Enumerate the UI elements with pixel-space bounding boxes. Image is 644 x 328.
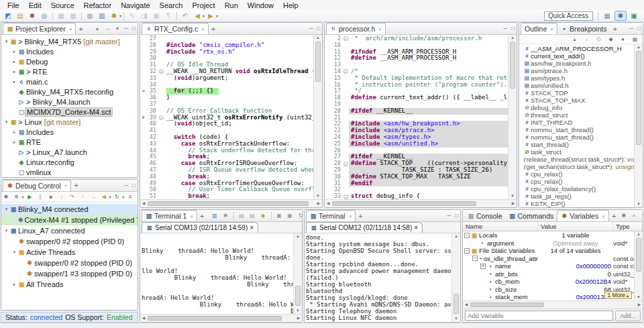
maximize-button[interactable]: □: [509, 25, 517, 32]
collapse-icon[interactable]: −: [343, 195, 348, 199]
tab-console[interactable]: ▤Console: [464, 210, 506, 221]
new-editor-button[interactable]: +: [209, 25, 218, 33]
terminal2-output[interactable]: done. Starting system message bus: dbus.…: [305, 233, 451, 322]
code-line-26[interactable]: 26: [325, 148, 508, 154]
collapse-all-icon[interactable]: ▴: [570, 35, 579, 44]
instruction-pointer-icon[interactable]: →: [140, 88, 146, 95]
code-line-47[interactable]: 47 // ISR Queue overflow detected when i…: [140, 167, 313, 174]
code-editor-rtx-config[interactable]: 2728#include "cmsis_compiler.h"29#includ…: [140, 35, 313, 199]
code-line-22[interactable]: 22#include <asm/hw_breakpoint.h>: [325, 121, 508, 127]
marker-icon[interactable]: ✱: [140, 115, 146, 121]
vertical-scrollbar[interactable]: ▲ ▼: [634, 231, 643, 300]
custom-filter-icon[interactable]: ●: [619, 35, 627, 44]
outline-item-stack-top[interactable]: #STACK_TOP: [519, 89, 634, 97]
code-line-30[interactable]: 30#define STACK_TOP_MAX TASK_SIZE: [325, 174, 508, 180]
tab-rtx-config-c[interactable]: c RTX_Config.c ×: [142, 23, 209, 34]
minimize-button[interactable]: ─: [627, 25, 635, 32]
chevron-icon[interactable]: ▾: [3, 228, 10, 233]
code-line-20[interactable]: 20#ifdef __KERNEL__: [325, 108, 508, 115]
code-line-32[interactable]: 32−__WEAK __NO_RETURN void osRtxIdleThre…: [140, 68, 313, 75]
code-line-44[interactable]: 44 // Stack underflow detected for threa…: [140, 148, 313, 154]
vertical-scrollbar[interactable]: ▲ ▼: [313, 35, 322, 199]
chevron-icon[interactable]: ▸: [11, 282, 18, 287]
tree-item-cortex-m4-1-stopped-privileged-thread[interactable]: ✱Cortex-M4 #1 stopped (Privileged Thread…: [1, 215, 138, 225]
last-edit-icon[interactable]: ↶: [180, 11, 191, 21]
code-line-15[interactable]: 15 * Default implementation of macro tha…: [325, 75, 508, 82]
close-icon[interactable]: ×: [250, 224, 254, 231]
outline-item-release-thread-struct-task-struct[interactable]: ƒrelease_thread(struct task_struct*) : v…: [519, 156, 634, 163]
outline-item-asm-hw-breakpoint-h[interactable]: ▤asm/hw_breakpoint.h: [519, 60, 634, 67]
hide-fields-icon[interactable]: ◇: [594, 35, 603, 44]
close-icon[interactable]: ×: [190, 213, 193, 219]
chevron-icon[interactable]: ▸: [11, 140, 18, 145]
tree-item-rte[interactable]: ▸▣> RTE: [1, 66, 138, 76]
tree-item-swapper-0-2-stopped-pid-0[interactable]: ✱swapper/0 #2 stopped (PID 0): [1, 236, 138, 247]
code-line-35[interactable]: →35 for (;;) {}: [140, 88, 313, 95]
chevron-icon[interactable]: ▸: [11, 79, 18, 85]
paste-icon[interactable]: ▣: [286, 211, 294, 220]
code-line-51[interactable]: 51 break;: [140, 193, 313, 199]
collapse-icon[interactable]: −: [159, 115, 164, 120]
external-tools-icon[interactable]: ✱: [109, 11, 119, 21]
restart-button[interactable]: ↻: [113, 193, 121, 201]
horizontal-scrollbar[interactable]: ◀ ▶: [140, 314, 302, 322]
fold-gutter[interactable]: −: [342, 195, 349, 199]
cpp-perspective-button[interactable]: ▣: [628, 11, 640, 21]
tree-item-active-threads[interactable]: ▾▣Active Threads: [1, 247, 138, 258]
chevron-icon[interactable]: ▸: [11, 59, 18, 64]
column-type[interactable]: Type: [613, 222, 643, 231]
code-line-32[interactable]: 32: [325, 186, 508, 193]
disconnect-icon-dropdown[interactable]: ▾: [21, 195, 23, 199]
outline-item-stack-top-max[interactable]: #STACK_TOP_MAX: [519, 97, 634, 104]
sort-icon[interactable]: ↓: [582, 35, 591, 44]
fold-gutter[interactable]: −: [342, 36, 349, 41]
chevron-icon[interactable]: ▾: [3, 119, 10, 125]
tab-outline[interactable]: Outline ×: [521, 23, 557, 34]
lock-icon[interactable]: ◆: [259, 211, 268, 220]
code-line-29[interactable]: 29 TASK_SIZE : TASK_SIZE_26): [325, 167, 508, 174]
open-project-icon[interactable]: ▥: [97, 11, 107, 21]
close-icon[interactable]: ×: [69, 26, 72, 32]
chevron-icon[interactable]: ▸: [11, 129, 18, 135]
code-line-18[interactable]: 18#define current_text_addr() ({ __label…: [325, 95, 508, 101]
more-columns-button[interactable]: 1 More ▴: [604, 291, 632, 299]
code-line-40[interactable]: 40 (void)object_id;: [140, 121, 313, 127]
variable-row-file-static-variables[interactable]: −▣File Static Variables14 of 14 variable…: [463, 247, 634, 255]
tab-terminal-1[interactable]: ▥ Terminal 1 ×: [142, 210, 197, 221]
code-line-13[interactable]: 13: [325, 62, 508, 68]
add-variable-button[interactable]: Add...: [615, 311, 641, 321]
code-line-36[interactable]: 36}: [140, 95, 313, 101]
debug-perspective-button[interactable]: ✱: [614, 11, 627, 21]
code-line-16[interactable]: 16 * instruction pointer ("program count…: [325, 82, 508, 89]
tree-item-linux-rteconfig[interactable]: ◆Linux.rteconfig: [1, 157, 138, 167]
menu-refactor[interactable]: Refactor: [79, 1, 117, 9]
tree-item-swapper-0-2-stopped-pid-0[interactable]: ✱swapper/0 #2 stopped (PID 0): [1, 258, 138, 268]
tree-item-swapper-1-3-stopped-pid-0[interactable]: ✱swapper/1 #3 stopped (PID 0): [1, 268, 138, 279]
hide-static-icon[interactable]: ◆: [606, 35, 615, 44]
code-line-28[interactable]: 28#include "cmsis_compiler.h": [140, 42, 313, 49]
code-line-27[interactable]: 27: [140, 36, 313, 42]
resume-button[interactable]: ▶: [25, 193, 34, 201]
outline-item-asm-types-h[interactable]: ▤asm/types.h: [519, 74, 634, 82]
tree-item-blinky-m4-rtx5-rteconfig[interactable]: ◆Blinky_M4_RTX5.rteconfig: [1, 87, 138, 97]
chevron-icon[interactable]: ▾: [3, 207, 10, 212]
tab-variables[interactable]: ✱Variables×: [557, 210, 609, 221]
forward-icon-dropdown[interactable]: ▾: [216, 13, 218, 18]
code-line-28[interactable]: 28−#define STACK_TOP ((current->personal…: [325, 160, 508, 167]
tree-item-vmlinux[interactable]: ▢vmlinux: [1, 167, 138, 177]
code-line-37[interactable]: 37: [140, 101, 313, 108]
close-icon[interactable]: ×: [349, 213, 352, 219]
collapse-icon[interactable]: −: [343, 69, 348, 74]
collapse-icon[interactable]: −: [464, 233, 470, 238]
subtab-serial-com13[interactable]: ▥ Serial COM13 (02/11/18 14:59) ×: [142, 222, 258, 233]
outline-item-start-thread[interactable]: #start_thread(): [519, 141, 634, 148]
external-tools-icon-dropdown[interactable]: ▾: [119, 13, 121, 18]
tree-item-includes[interactable]: ▸▤Includes: [1, 46, 138, 56]
vertical-scrollbar[interactable]: ▲ ▼: [508, 35, 517, 199]
link-with-editor-icon[interactable]: ↔: [103, 24, 111, 33]
close-icon[interactable]: ×: [378, 26, 382, 32]
tree-item-debug[interactable]: ▸▣Debug: [1, 56, 138, 66]
tree-item-all-threads[interactable]: ▸▣All Threads: [1, 279, 138, 290]
collapse-icon[interactable]: −: [343, 36, 348, 41]
menu-run[interactable]: Run: [220, 1, 243, 9]
